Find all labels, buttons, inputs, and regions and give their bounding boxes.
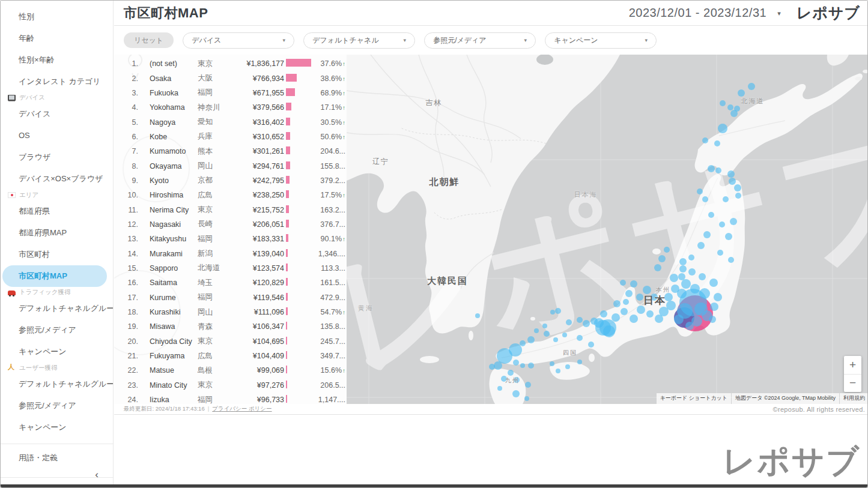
map-bubble[interactable] [588,342,594,348]
sidebar-item-性別[interactable]: 性別 [1,6,113,28]
sidebar-item-デフォルトチャネルグループ[interactable]: デフォルトチャネルグループ [1,298,113,319]
map-bubble[interactable] [520,363,525,368]
table-row[interactable]: 19.Misawa青森¥106,347135.8... [114,319,347,334]
table-row[interactable]: 18.Kurashiki岡山¥111,09654.7%↑ [114,305,347,319]
table-row[interactable]: 10.Hiroshima広島¥238,25017.5%↑ [114,188,347,202]
map-bubble[interactable] [623,299,629,305]
map-bubble[interactable] [720,100,726,106]
table-row[interactable]: 9.Kyoto京都¥242,795379.2... [114,173,347,188]
map-bubble[interactable] [702,196,708,202]
table-row[interactable]: 3.Fukuoka福岡¥671,95568.9%↑ [114,86,347,100]
table-row[interactable]: 12.Nagasaki長崎¥206,051376.7... [114,217,347,232]
map-bubble[interactable] [524,396,529,401]
sidebar-item-用語・定義[interactable]: 用語・定義 [1,444,113,472]
map-bubble[interactable] [566,319,572,325]
filter-dropdown-1[interactable]: デフォルトチャネル▾ [303,32,415,49]
zoom-in-button[interactable]: + [844,356,861,375]
map-bubble[interactable] [699,288,710,299]
sidebar-item-年齢[interactable]: 年齢 [1,28,113,49]
map-bubble[interactable] [685,322,694,330]
map-bubble[interactable] [688,255,694,261]
map-bubble[interactable] [556,369,560,373]
map-bubble[interactable] [697,188,703,194]
map-bubble[interactable] [583,320,590,327]
map-bubble[interactable] [709,279,718,287]
map-bubble[interactable] [542,324,547,328]
map-bubble[interactable] [679,265,687,273]
map-bubble[interactable] [528,363,534,369]
map-bubble[interactable] [670,274,678,282]
map-bubble[interactable] [612,313,620,322]
map-bubble[interactable] [625,290,633,297]
sidebar-item-デバイス×OS×ブラウザ[interactable]: デバイス×OS×ブラウザ [1,168,113,190]
map-bubble[interactable] [520,340,526,346]
table-row[interactable]: 17.Kurume福岡¥119,546472.9... [114,291,347,305]
reset-button[interactable]: リセット [124,32,174,48]
map-bubble[interactable] [714,293,722,301]
sidebar-item-参照元/メディア[interactable]: 参照元/メディア [1,319,113,341]
map-bubble[interactable] [613,300,621,307]
map-bubble[interactable] [723,196,729,202]
filter-dropdown-0[interactable]: デバイス▾ [183,32,294,49]
table-row[interactable]: 4.Yokohama神奈川¥379,56617.1%↑ [114,100,347,115]
sidebar-item-キャンペーン[interactable]: キャンペーン [1,341,113,363]
map-bubble[interactable] [728,257,734,263]
table-row[interactable]: 24.Iizuka福岡¥96,7331,147.... [114,393,347,404]
map-bubble[interactable] [527,336,535,343]
map-bubble[interactable] [544,331,550,337]
table-row[interactable]: 11.Nerima City東京¥215,752163.2... [114,202,347,217]
table-row[interactable]: 23.Minato City東京¥97,276206.5... [114,378,347,393]
sidebar-item-参照元/メディア[interactable]: 参照元/メディア [1,395,113,417]
map-bubble[interactable] [489,364,495,370]
map-bubble[interactable] [553,337,558,342]
filter-dropdown-3[interactable]: キャンペーン▾ [545,32,657,49]
map-bubble[interactable] [654,264,661,271]
map-bubble[interactable] [727,104,733,110]
table-row[interactable]: 5.Nagoya愛知¥316,40230.5%↑ [114,115,347,129]
sidebar-item-性別×年齢[interactable]: 性別×年齢 [1,49,113,71]
sidebar-item-市区町村MAP[interactable]: 市区町村MAP [2,265,107,287]
map-bubble[interactable] [709,316,716,323]
table-row[interactable]: 8.Okayama岡山¥294,761155.8... [114,158,347,173]
map-bubble[interactable] [677,289,687,298]
map-bubble[interactable] [555,308,561,314]
table-row[interactable]: 1.(not set)東京¥1,836,17737.6%↑ [114,56,347,71]
map-bubble[interactable] [550,361,554,366]
map-bubble[interactable] [718,124,727,133]
map-bubble[interactable] [620,280,626,286]
table-row[interactable]: 16.Saitama埼玉¥120,829161.5... [114,276,347,290]
map-bubble[interactable] [688,268,696,276]
table-row[interactable]: 7.Kumamoto熊本¥301,261204.6... [114,144,347,158]
sidebar-item-デフォルトチャネルグループ[interactable]: デフォルトチャネルグループ [1,373,113,395]
sidebar-item-OS[interactable]: OS [1,125,113,146]
map-bubble[interactable] [734,184,741,191]
map-bubble[interactable] [655,315,663,323]
map-bubble[interactable] [717,250,723,256]
map-bubble[interactable] [703,231,711,238]
map-bubble[interactable] [748,83,755,90]
map-bubble[interactable] [664,247,670,253]
sidebar-item-デバイス[interactable]: デバイス [1,103,113,125]
table-row[interactable]: 22.Matsue島根¥99,06915.6%↑ [114,363,347,378]
map-bubble[interactable] [658,255,666,262]
map-bubble[interactable] [699,273,706,280]
map-bubble[interactable] [565,364,570,369]
map-bubble[interactable] [512,390,520,397]
map-bubble[interactable] [600,310,607,318]
table-row[interactable]: 2.Osaka大阪¥766,93438.6%↑ [114,71,347,85]
map-bubble[interactable] [603,325,615,337]
map-bubble[interactable] [674,315,684,324]
map-bubble[interactable] [534,328,539,333]
map-bubble[interactable] [678,273,685,280]
sidebar-item-インタレスト カテゴリ[interactable]: インタレスト カテゴリ [1,71,113,92]
map-bubble[interactable] [497,386,502,391]
sidebar-item-ブラウザ[interactable]: ブラウザ [1,146,113,168]
filter-dropdown-2[interactable]: 参照元/メディア▾ [424,32,536,49]
map-bubble[interactable] [562,333,567,337]
map-bubble[interactable] [690,284,700,294]
sidebar-item-都道府県[interactable]: 都道府県 [1,200,113,222]
map-bubble[interactable] [730,110,738,117]
table-row[interactable]: 14.Murakami新潟¥139,0401,346.... [114,246,347,261]
map-bubble[interactable] [550,310,555,315]
map-bubble[interactable] [725,233,732,240]
